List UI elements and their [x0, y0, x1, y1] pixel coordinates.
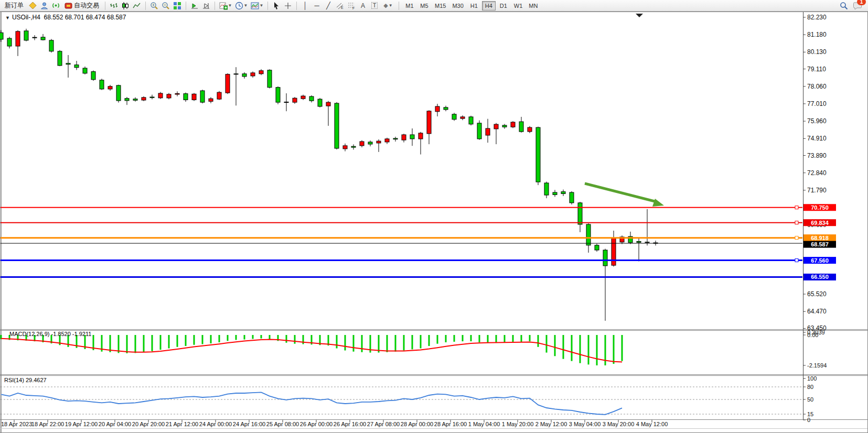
timeframe-MN[interactable]: MN	[526, 1, 540, 10]
bull-candle	[167, 94, 171, 98]
horizontal-line-icon[interactable]: ─	[312, 1, 322, 11]
bull-candle	[16, 31, 20, 46]
svg-text:20 Apr 20:00: 20 Apr 20:00	[132, 421, 165, 427]
svg-text:69.834: 69.834	[811, 220, 829, 226]
bear-candle	[393, 138, 398, 139]
bear-candle	[74, 65, 79, 68]
bear-candle	[309, 96, 314, 101]
bull-candle	[326, 102, 330, 106]
timeframe-D1[interactable]: D1	[497, 1, 510, 10]
search-icon[interactable]	[839, 1, 849, 11]
bear-candle	[116, 85, 121, 101]
new-order-button[interactable]: 新订单	[2, 1, 26, 11]
profile-icon[interactable]	[39, 1, 49, 11]
timeframe-W1[interactable]: W1	[511, 1, 526, 10]
timeframe-M5[interactable]: M5	[417, 1, 431, 10]
bull-candle	[293, 98, 297, 102]
timeframe-M15[interactable]: M15	[432, 1, 448, 10]
auto-scroll-icon[interactable]	[189, 1, 200, 11]
zoom-in-icon[interactable]	[149, 1, 159, 11]
signal-icon[interactable]	[50, 1, 61, 11]
templates-icon[interactable]: ▼	[250, 1, 264, 11]
bull-candle	[108, 86, 112, 89]
bear-candle	[242, 74, 247, 77]
trendline-icon[interactable]: ╱	[323, 1, 334, 11]
bear-candle	[452, 114, 456, 120]
bear-candle	[603, 250, 607, 266]
toolbar: 新订单 自动交易 ▼ ▼	[0, 0, 868, 12]
new-order-label: 新订单	[5, 1, 24, 10]
svg-text:24 Apr 16:00: 24 Apr 16:00	[233, 421, 265, 427]
bear-candle	[578, 203, 582, 224]
timeframe-toolbar: M1M5M15M30H1H4D1W1MN	[402, 1, 541, 10]
bear-candle	[33, 37, 37, 38]
timeframe-H1[interactable]: H1	[467, 1, 481, 10]
toolbar-separator	[296, 2, 297, 10]
chart-shift-icon[interactable]	[201, 1, 211, 11]
price-badge-69.834: 69.834	[803, 219, 836, 226]
line-handle	[795, 236, 798, 240]
bear-candle	[267, 70, 272, 88]
line-handle	[795, 221, 798, 224]
timeframe-M1[interactable]: M1	[403, 1, 416, 10]
periods-icon[interactable]: ▼	[234, 1, 249, 11]
bear-candle	[133, 99, 137, 101]
bull-candle	[301, 96, 305, 99]
dropdown-icon: ▼	[389, 3, 393, 8]
bear-candle	[58, 51, 62, 66]
bull-candle	[377, 141, 381, 143]
bear-candle	[477, 123, 481, 139]
svg-text:68.587: 68.587	[811, 241, 829, 247]
bear-candle	[553, 192, 557, 194]
timeframe-M30[interactable]: M30	[449, 1, 466, 10]
text-label-icon[interactable]: T	[369, 1, 380, 11]
svg-text:80.130: 80.130	[807, 48, 827, 56]
svg-text:64.470: 64.470	[807, 308, 827, 315]
indicators-icon[interactable]: ▼	[218, 1, 233, 11]
bear-candle	[645, 242, 649, 243]
dropdown-icon: ▼	[228, 3, 232, 8]
timeframe-H4[interactable]: H4	[482, 1, 496, 10]
svg-text:50: 50	[807, 396, 813, 403]
bar-chart-icon[interactable]	[109, 1, 119, 11]
bear-candle	[544, 183, 549, 195]
bull-candle	[226, 74, 230, 93]
svg-text:19 Apr 12:00: 19 Apr 12:00	[65, 421, 98, 427]
bull-candle	[494, 124, 498, 129]
tag-icon[interactable]	[27, 1, 38, 11]
cursor-icon[interactable]	[271, 1, 282, 11]
bear-candle	[66, 63, 70, 64]
bull-candle	[259, 71, 263, 74]
bull-candle	[360, 142, 364, 146]
bear-candle	[519, 122, 523, 132]
svg-text:28 Apr 16:00: 28 Apr 16:00	[434, 421, 467, 427]
notifications-icon[interactable]: 1	[852, 1, 863, 11]
price-badge-70.750: 70.750	[803, 204, 836, 211]
bull-candle	[158, 93, 163, 98]
candlestick-chart-icon[interactable]	[120, 1, 131, 11]
fibonacci-icon[interactable]: F	[346, 1, 357, 11]
bear-candle	[276, 88, 280, 102]
dropdown-icon: ▼	[260, 3, 264, 8]
crosshair-icon[interactable]	[283, 1, 293, 11]
bear-candle	[469, 117, 473, 124]
toolbar-separator	[215, 2, 215, 10]
auto-trading-button[interactable]: 自动交易	[62, 1, 102, 11]
line-handle	[795, 259, 798, 262]
text-icon[interactable]: A	[358, 1, 368, 11]
zoom-out-icon[interactable]	[160, 1, 171, 11]
svg-text:18 Apr 2023: 18 Apr 2023	[1, 421, 32, 427]
shapes-icon[interactable]: ◆ ▼	[381, 1, 395, 11]
equidistant-channel-icon[interactable]: E	[335, 1, 345, 11]
bull-candle	[460, 117, 465, 118]
chart-canvas[interactable]: 82.23081.18080.13079.11078.06077.01075.9…	[0, 0, 868, 433]
vertical-line-icon[interactable]: │	[300, 1, 310, 11]
toolbar-separator	[105, 2, 105, 10]
svg-text:67.560: 67.560	[811, 257, 829, 264]
svg-text:66.550: 66.550	[811, 274, 829, 280]
svg-text:100: 100	[807, 375, 817, 382]
bear-candle	[318, 99, 322, 106]
line-chart-icon[interactable]	[132, 1, 142, 11]
tile-windows-icon[interactable]	[172, 1, 183, 11]
price-badge-66.550: 66.550	[803, 274, 836, 280]
